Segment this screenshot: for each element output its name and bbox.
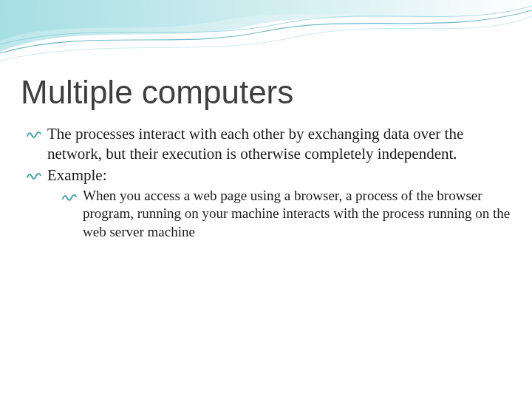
squiggle-bullet-icon (27, 171, 41, 181)
squiggle-bullet-icon (62, 192, 77, 202)
squiggle-bullet-icon (27, 129, 41, 140)
decorative-wave-background (0, 0, 532, 81)
sub-bullet-text: When you access a web page using a brows… (83, 188, 510, 239)
bullet-text: Example: (47, 166, 106, 184)
slide-title: Multiple computers (21, 74, 511, 111)
bullet-list: The processes interact with each other b… (21, 124, 511, 242)
bullet-text: The processes interact with each other b… (47, 125, 463, 163)
sub-bullet-item: When you access a web page using a brows… (62, 187, 511, 242)
bullet-item: Example: When you access a web page usin… (27, 166, 511, 242)
sub-bullet-list: When you access a web page using a brows… (47, 187, 511, 242)
slide-content: Multiple computers The processes interac… (21, 74, 511, 243)
bullet-item: The processes interact with each other b… (27, 124, 511, 164)
